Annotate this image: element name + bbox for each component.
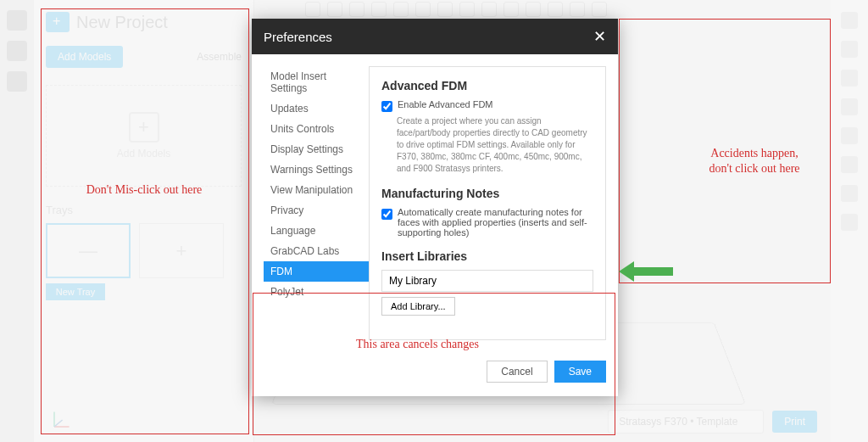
rail-icon-3: [7, 71, 27, 92]
mfg-notes-heading: Manufacturing Notes: [381, 187, 593, 200]
gear-icon: [841, 127, 858, 144]
pref-nav-item-units-controls[interactable]: Units Controls: [264, 119, 369, 139]
enable-adv-fdm-row[interactable]: Enable Advanced FDM: [381, 99, 593, 112]
annotation-text-left: Don't Mis-click out here: [59, 183, 229, 197]
modal-header: Preferences ✕: [252, 19, 618, 54]
printer-select[interactable]: Stratasys F370 • Template: [608, 410, 764, 434]
pref-nav-item-fdm[interactable]: FDM: [264, 261, 369, 282]
info-icon: [841, 98, 858, 115]
adv-fdm-description: Create a project where you can assign fa…: [397, 115, 593, 175]
insert-lib-heading: Insert Libraries: [381, 249, 593, 263]
enable-adv-fdm-label: Enable Advanced FDM: [398, 99, 493, 109]
view-icon-3: [841, 70, 858, 87]
layers-icon: [841, 156, 858, 173]
annotation-box-bottom: [253, 293, 615, 435]
annotation-text-right: Accidents happen, don't click out here: [704, 146, 805, 176]
modal-title: Preferences: [264, 30, 332, 44]
pref-nav-item-model-insert-settings[interactable]: Model Insert Settings: [264, 66, 369, 98]
pref-nav-item-language[interactable]: Language: [264, 221, 369, 241]
enable-adv-fdm-checkbox[interactable]: [381, 101, 392, 112]
close-icon[interactable]: ✕: [593, 27, 606, 46]
pref-nav-item-view-manipulation[interactable]: View Manipulation: [264, 180, 369, 200]
view-icon-1: [841, 12, 858, 29]
pref-nav-item-display-settings[interactable]: Display Settings: [264, 139, 369, 159]
pref-nav-item-privacy[interactable]: Privacy: [264, 200, 369, 221]
top-toolbar: [305, 2, 607, 17]
print-button[interactable]: Print: [772, 411, 817, 433]
mfg-notes-label: Automatically create manufacturing notes…: [398, 207, 593, 238]
annotation-box-left: [41, 8, 249, 434]
pref-nav-item-warnings-settings[interactable]: Warnings Settings: [264, 159, 369, 180]
export-icon: [841, 214, 858, 231]
mfg-notes-checkbox[interactable]: [381, 209, 392, 220]
annotation-text-bottom: This area cancels changes: [356, 338, 479, 351]
right-icon-rail: [831, 0, 868, 442]
pref-nav-item-updates[interactable]: Updates: [264, 98, 369, 119]
adv-fdm-heading: Advanced FDM: [381, 79, 593, 92]
insert-lib-input[interactable]: [381, 270, 593, 292]
rail-icon-1: [7, 10, 27, 31]
pref-nav-item-grabcad-labs[interactable]: GrabCAD Labs: [264, 241, 369, 261]
mfg-notes-row[interactable]: Automatically create manufacturing notes…: [381, 207, 593, 238]
refresh-icon: [841, 185, 858, 202]
view-icon-2: [841, 41, 858, 58]
left-icon-rail: [0, 0, 34, 442]
green-arrow-annotation: [619, 261, 673, 282]
rail-icon-2: [7, 41, 27, 61]
printer-bar: Stratasys F370 • Template Print: [608, 410, 817, 434]
